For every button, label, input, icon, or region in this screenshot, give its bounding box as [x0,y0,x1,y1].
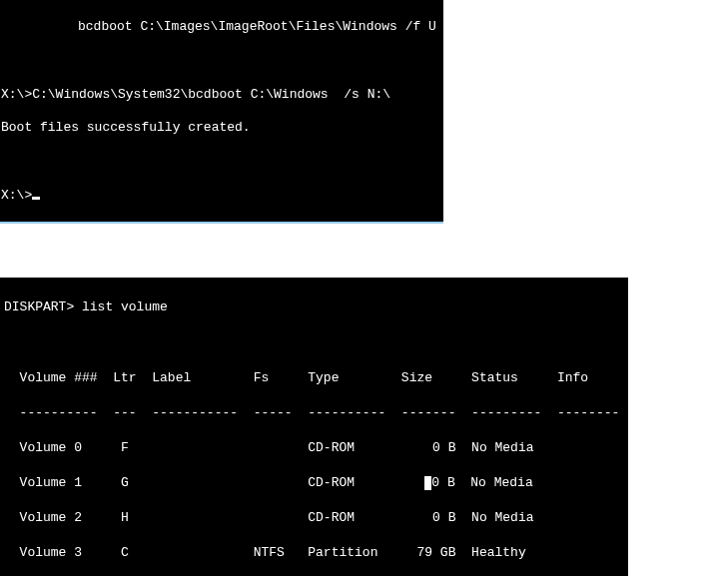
bcdboot-result: Boot files successfully created. [0,120,443,137]
cursor-block-icon [424,476,431,490]
volume-table-divider: ---------- --- ----------- ----- -------… [4,404,624,422]
cursor-icon [32,197,40,200]
prompt-text: X:\> [1,188,32,203]
title-bar-text: bcdboot C:\Images\ImageRoot\Files\Window… [0,19,443,36]
table-row: Volume 2 H CD-ROM 0 B No Media [4,509,624,527]
blank [4,333,624,351]
command-prompt[interactable]: X:\> [0,188,443,205]
volume-table-header: Volume ### Ltr Label Fs Type Size Status… [4,369,624,387]
gap-space [0,224,728,278]
table-row: Volume 1 G CD-ROM 0 B No Media [4,474,624,492]
blank [0,154,443,171]
top-terminal-window: bcdboot C:\Images\ImageRoot\Files\Window… [0,0,443,224]
table-row: Volume 3 C NTFS Partition 79 GB Healthy [4,544,624,562]
prompt-label: DISKPART> [4,299,82,314]
blank [0,53,443,70]
bcdboot-command: X:\>C:\Windows\System32\bcdboot C:\Windo… [0,87,443,104]
diskpart-prompt-1[interactable]: DISKPART> list volume [4,298,624,316]
list-volume-cmd: list volume [82,299,168,314]
diskpart-terminal: DISKPART> list volume Volume ### Ltr Lab… [0,278,628,576]
table-row: Volume 0 F CD-ROM 0 B No Media [4,439,624,457]
